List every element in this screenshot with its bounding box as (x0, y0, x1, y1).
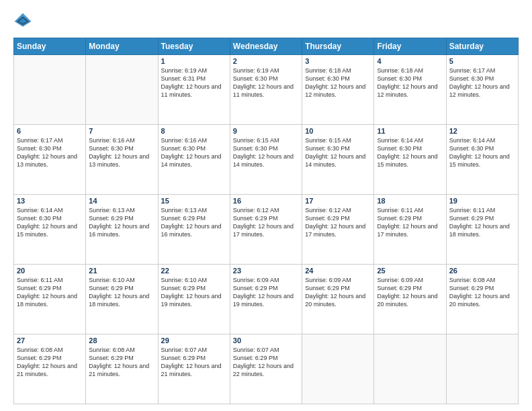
calendar-cell: 4Sunrise: 6:18 AM Sunset: 6:30 PM Daylig… (374, 55, 446, 125)
day-number: 3 (305, 57, 371, 65)
logo-icon (13, 12, 32, 31)
day-number: 15 (161, 197, 227, 205)
day-number: 7 (89, 127, 154, 135)
day-number: 1 (161, 57, 227, 65)
calendar-cell: 25Sunrise: 6:09 AM Sunset: 6:29 PM Dayli… (374, 265, 446, 334)
day-info: Sunrise: 6:15 AM Sunset: 6:30 PM Dayligh… (233, 136, 299, 169)
calendar-week-2: 6Sunrise: 6:17 AM Sunset: 6:30 PM Daylig… (14, 125, 519, 195)
day-number: 4 (377, 57, 443, 65)
page: SundayMondayTuesdayWednesdayThursdayFrid… (0, 0, 532, 411)
calendar-cell: 16Sunrise: 6:12 AM Sunset: 6:29 PM Dayli… (230, 195, 302, 265)
calendar-header-thursday: Thursday (302, 38, 374, 55)
day-info: Sunrise: 6:09 AM Sunset: 6:29 PM Dayligh… (233, 276, 299, 309)
day-info: Sunrise: 6:09 AM Sunset: 6:29 PM Dayligh… (377, 276, 443, 309)
day-info: Sunrise: 6:14 AM Sunset: 6:30 PM Dayligh… (377, 136, 443, 169)
day-number: 21 (89, 267, 154, 275)
calendar-header-friday: Friday (374, 38, 446, 55)
day-number: 10 (305, 127, 371, 135)
calendar-cell: 3Sunrise: 6:18 AM Sunset: 6:30 PM Daylig… (302, 55, 374, 125)
day-number: 26 (449, 267, 515, 275)
day-info: Sunrise: 6:14 AM Sunset: 6:30 PM Dayligh… (449, 136, 515, 169)
calendar-cell: 23Sunrise: 6:09 AM Sunset: 6:29 PM Dayli… (230, 265, 302, 334)
calendar-cell (86, 55, 158, 125)
calendar-cell: 1Sunrise: 6:19 AM Sunset: 6:31 PM Daylig… (158, 55, 230, 125)
calendar-header-monday: Monday (86, 38, 158, 55)
day-info: Sunrise: 6:07 AM Sunset: 6:29 PM Dayligh… (161, 346, 227, 379)
calendar-cell: 18Sunrise: 6:11 AM Sunset: 6:29 PM Dayli… (374, 195, 446, 265)
day-info: Sunrise: 6:16 AM Sunset: 6:30 PM Dayligh… (161, 136, 227, 169)
calendar-cell: 19Sunrise: 6:11 AM Sunset: 6:29 PM Dayli… (446, 195, 518, 265)
calendar-week-3: 13Sunrise: 6:14 AM Sunset: 6:30 PM Dayli… (14, 195, 519, 265)
calendar-cell: 29Sunrise: 6:07 AM Sunset: 6:29 PM Dayli… (158, 334, 230, 404)
day-info: Sunrise: 6:18 AM Sunset: 6:30 PM Dayligh… (305, 66, 371, 99)
calendar-cell: 15Sunrise: 6:13 AM Sunset: 6:29 PM Dayli… (158, 195, 230, 265)
calendar-cell: 5Sunrise: 6:17 AM Sunset: 6:30 PM Daylig… (446, 55, 518, 125)
day-info: Sunrise: 6:17 AM Sunset: 6:30 PM Dayligh… (17, 136, 83, 169)
day-number: 12 (449, 127, 515, 135)
calendar-header-wednesday: Wednesday (230, 38, 302, 55)
day-number: 29 (161, 336, 227, 345)
calendar-cell: 27Sunrise: 6:08 AM Sunset: 6:29 PM Dayli… (14, 334, 86, 404)
calendar-cell: 8Sunrise: 6:16 AM Sunset: 6:30 PM Daylig… (158, 125, 230, 195)
calendar-cell: 21Sunrise: 6:10 AM Sunset: 6:29 PM Dayli… (86, 265, 158, 334)
day-info: Sunrise: 6:08 AM Sunset: 6:29 PM Dayligh… (449, 276, 515, 309)
calendar-cell: 26Sunrise: 6:08 AM Sunset: 6:29 PM Dayli… (446, 265, 518, 334)
day-info: Sunrise: 6:11 AM Sunset: 6:29 PM Dayligh… (17, 276, 83, 309)
day-number: 30 (233, 336, 299, 345)
day-number: 8 (161, 127, 227, 135)
calendar-week-4: 20Sunrise: 6:11 AM Sunset: 6:29 PM Dayli… (14, 265, 519, 334)
day-number: 5 (449, 57, 515, 65)
day-info: Sunrise: 6:17 AM Sunset: 6:30 PM Dayligh… (449, 66, 515, 99)
calendar-week-5: 27Sunrise: 6:08 AM Sunset: 6:29 PM Dayli… (14, 334, 519, 404)
calendar-cell: 10Sunrise: 6:15 AM Sunset: 6:30 PM Dayli… (302, 125, 374, 195)
calendar-cell: 6Sunrise: 6:17 AM Sunset: 6:30 PM Daylig… (14, 125, 86, 195)
calendar-cell: 14Sunrise: 6:13 AM Sunset: 6:29 PM Dayli… (86, 195, 158, 265)
calendar-cell: 17Sunrise: 6:12 AM Sunset: 6:29 PM Dayli… (302, 195, 374, 265)
day-number: 20 (17, 267, 83, 275)
calendar-cell (374, 334, 446, 404)
day-info: Sunrise: 6:18 AM Sunset: 6:30 PM Dayligh… (377, 66, 443, 99)
calendar-table: SundayMondayTuesdayWednesdayThursdayFrid… (13, 38, 519, 404)
day-info: Sunrise: 6:08 AM Sunset: 6:29 PM Dayligh… (17, 346, 83, 379)
calendar-cell (446, 334, 518, 404)
calendar-header-saturday: Saturday (446, 38, 518, 55)
day-info: Sunrise: 6:12 AM Sunset: 6:29 PM Dayligh… (305, 206, 371, 239)
day-number: 28 (89, 336, 154, 345)
day-info: Sunrise: 6:13 AM Sunset: 6:29 PM Dayligh… (89, 206, 154, 239)
calendar-cell: 28Sunrise: 6:08 AM Sunset: 6:29 PM Dayli… (86, 334, 158, 404)
calendar-cell: 11Sunrise: 6:14 AM Sunset: 6:30 PM Dayli… (374, 125, 446, 195)
day-info: Sunrise: 6:19 AM Sunset: 6:30 PM Dayligh… (233, 66, 299, 99)
day-info: Sunrise: 6:15 AM Sunset: 6:30 PM Dayligh… (305, 136, 371, 169)
calendar-header-row: SundayMondayTuesdayWednesdayThursdayFrid… (14, 38, 519, 55)
day-number: 6 (17, 127, 83, 135)
calendar-week-1: 1Sunrise: 6:19 AM Sunset: 6:31 PM Daylig… (14, 55, 519, 125)
logo (13, 12, 35, 31)
day-number: 11 (377, 127, 443, 135)
day-info: Sunrise: 6:12 AM Sunset: 6:29 PM Dayligh… (233, 206, 299, 239)
calendar-cell (302, 334, 374, 404)
calendar-cell: 24Sunrise: 6:09 AM Sunset: 6:29 PM Dayli… (302, 265, 374, 334)
day-info: Sunrise: 6:16 AM Sunset: 6:30 PM Dayligh… (89, 136, 154, 169)
day-info: Sunrise: 6:13 AM Sunset: 6:29 PM Dayligh… (161, 206, 227, 239)
day-number: 13 (17, 197, 83, 205)
day-number: 22 (161, 267, 227, 275)
day-number: 25 (377, 267, 443, 275)
day-number: 17 (305, 197, 371, 205)
day-number: 14 (89, 197, 154, 205)
day-info: Sunrise: 6:09 AM Sunset: 6:29 PM Dayligh… (305, 276, 371, 309)
calendar-cell: 30Sunrise: 6:07 AM Sunset: 6:29 PM Dayli… (230, 334, 302, 404)
day-info: Sunrise: 6:10 AM Sunset: 6:29 PM Dayligh… (89, 276, 154, 309)
calendar-cell: 7Sunrise: 6:16 AM Sunset: 6:30 PM Daylig… (86, 125, 158, 195)
calendar-cell: 13Sunrise: 6:14 AM Sunset: 6:30 PM Dayli… (14, 195, 86, 265)
calendar-header-tuesday: Tuesday (158, 38, 230, 55)
header (13, 12, 519, 31)
calendar-cell: 22Sunrise: 6:10 AM Sunset: 6:29 PM Dayli… (158, 265, 230, 334)
day-number: 23 (233, 267, 299, 275)
calendar-header-sunday: Sunday (14, 38, 86, 55)
day-info: Sunrise: 6:11 AM Sunset: 6:29 PM Dayligh… (377, 206, 443, 239)
day-info: Sunrise: 6:19 AM Sunset: 6:31 PM Dayligh… (161, 66, 227, 99)
day-info: Sunrise: 6:07 AM Sunset: 6:29 PM Dayligh… (233, 346, 299, 379)
day-number: 19 (449, 197, 515, 205)
day-number: 18 (377, 197, 443, 205)
day-number: 16 (233, 197, 299, 205)
